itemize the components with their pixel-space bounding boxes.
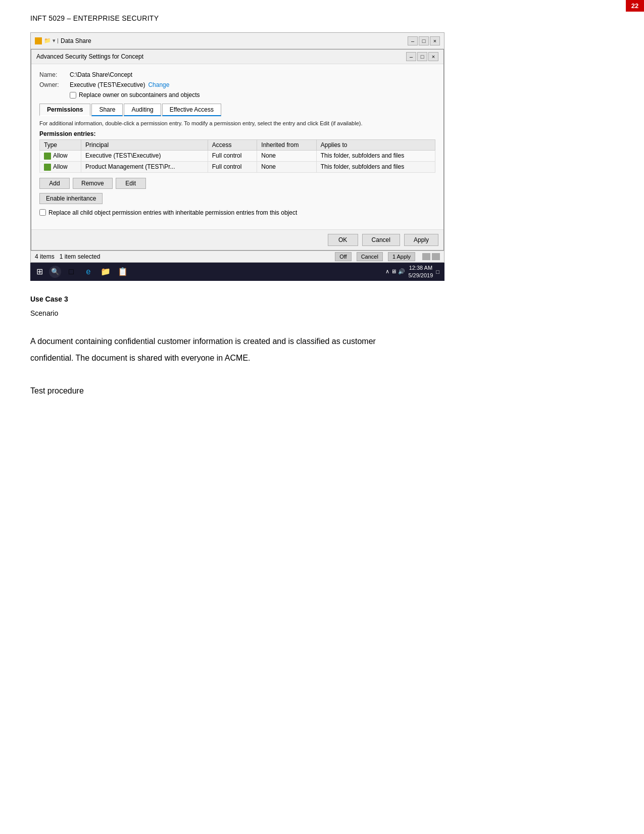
body-text-2: confidential. The document is shared wit… (30, 352, 614, 365)
table-row[interactable]: Allow Executive (TEST\Executive) Full co… (40, 151, 435, 162)
ok-button[interactable]: OK (328, 234, 358, 246)
explorer-toolbar-icons: 📁 ▾ | (44, 37, 59, 44)
status-apply-button[interactable]: 1 Apply (388, 252, 415, 261)
cell-principal: Product Management (TEST\Pr... (81, 161, 208, 172)
dialog-title: Advanced Security Settings for Concept (36, 53, 143, 60)
replace-child-checkbox[interactable] (39, 209, 46, 216)
use-case-heading: Use Case 3 (30, 295, 614, 303)
status-cancel-button[interactable]: Cancel (357, 252, 383, 261)
name-label: Name: (39, 71, 70, 78)
body-text-1: A document containing confidential custo… (30, 335, 614, 348)
permission-table: Type Principal Access Inherited from App… (39, 139, 435, 173)
name-value: C:\Data Share\Concept (70, 71, 132, 78)
cell-type: Allow (40, 151, 81, 162)
status-off-button[interactable]: Off (335, 252, 351, 261)
entry-icon (44, 164, 51, 171)
dialog-close-button[interactable]: × (428, 52, 438, 61)
col-header-access: Access (208, 140, 257, 151)
scenario-label: Scenario (30, 309, 614, 317)
apply-button[interactable]: Apply (404, 234, 438, 246)
dialog-controls: – □ × (406, 52, 438, 61)
edit-button[interactable]: Edit (116, 178, 146, 189)
taskbar: ⊞ 🔍 □ e 📁 📋 ∧ 🖥 🔊 12:38 AM 5/29/2019 □ (30, 263, 444, 281)
enable-inheritance-button[interactable]: Enable inheritance (39, 193, 103, 204)
tab-permissions[interactable]: Permissions (39, 104, 90, 116)
cell-access: Full control (208, 151, 257, 162)
col-header-principal: Principal (81, 140, 208, 151)
dialog-title-bar: Advanced Security Settings for Concept –… (31, 50, 443, 64)
document-content: Use Case 3 Scenario A document containin… (0, 281, 644, 416)
tab-effective-access[interactable]: Effective Access (162, 104, 221, 116)
taskbar-time: 12:38 AM (408, 264, 433, 271)
start-button[interactable]: ⊞ (32, 267, 47, 276)
replace-owner-row: Replace owner on subcontainers and objec… (70, 91, 435, 99)
replace-owner-checkbox[interactable] (70, 92, 76, 99)
explorer-title: Data Share (61, 37, 91, 44)
cancel-button[interactable]: Cancel (362, 234, 400, 246)
info-note: For additional information, double-click… (39, 120, 435, 126)
owner-value: Executive (TEST\Executive) (70, 81, 145, 88)
dialog-content: Name: C:\Data Share\Concept Owner: Execu… (31, 64, 443, 229)
dialog-maximize-button[interactable]: □ (417, 52, 427, 61)
status-bar: 4 items 1 item selected Off Cancel 1 App… (31, 251, 444, 262)
owner-label: Owner: (39, 81, 70, 88)
cell-applies: This folder, subfolders and files (316, 151, 435, 162)
selected-count: 1 item selected (60, 253, 101, 260)
taskbar-apps: □ e 📁 📋 (63, 264, 131, 280)
explorer-icon (35, 37, 42, 44)
dialog-minimize-button[interactable]: – (406, 52, 416, 61)
cell-inherited: None (257, 161, 316, 172)
cell-access: Full control (208, 161, 257, 172)
col-header-inherited: Inherited from (257, 140, 316, 151)
remove-button[interactable]: Remove (73, 178, 113, 189)
page-number: 22 (626, 0, 644, 12)
search-button[interactable]: 🔍 (49, 266, 61, 278)
explorer-minimize-button[interactable]: – (408, 36, 418, 45)
table-row[interactable]: Allow Product Management (TEST\Pr... Ful… (40, 161, 435, 172)
advanced-security-dialog: Advanced Security Settings for Concept –… (31, 49, 444, 251)
taskbar-explorer[interactable]: 📁 (97, 264, 114, 280)
dialog-footer: OK Cancel Apply (31, 229, 443, 250)
view-icon-2 (432, 253, 440, 260)
permission-entries-label: Permission entries: (39, 130, 435, 137)
tabs-row: Permissions Share Auditing Effective Acc… (39, 104, 435, 116)
taskbar-notepad[interactable]: 📋 (115, 264, 131, 280)
taskbar-date: 5/29/2019 (408, 272, 433, 279)
explorer-controls: – □ × (408, 36, 440, 45)
replace-child-label: Replace all child object permission entr… (48, 209, 297, 216)
owner-row: Owner: Executive (TEST\Executive) Change (39, 81, 435, 88)
test-procedure-label: Test procedure (30, 386, 614, 396)
taskbar-task-view[interactable]: □ (63, 264, 79, 280)
cell-inherited: None (257, 151, 316, 162)
tab-share[interactable]: Share (91, 104, 123, 116)
replace-child-row: Replace all child object permission entr… (39, 209, 435, 216)
entry-icon (44, 153, 51, 160)
page-title: INFT 5029 – ENTERPRISE SECURITY (30, 14, 614, 22)
taskbar-right: ∧ 🖥 🔊 12:38 AM 5/29/2019 □ (385, 264, 442, 279)
explorer-title-bar: 📁 ▾ | Data Share – □ × (31, 33, 444, 49)
explorer-window: 📁 ▾ | Data Share – □ × Advanced Security… (30, 32, 444, 263)
col-header-type: Type (40, 140, 81, 151)
change-link[interactable]: Change (148, 81, 169, 88)
add-button[interactable]: Add (39, 178, 70, 189)
taskbar-clock: 12:38 AM 5/29/2019 (408, 264, 433, 279)
notification-icon[interactable]: □ (436, 269, 439, 275)
action-buttons-row: Add Remove Edit (39, 178, 435, 189)
cell-type: Allow (40, 161, 81, 172)
explorer-maximize-button[interactable]: □ (419, 36, 429, 45)
replace-owner-label: Replace owner on subcontainers and objec… (79, 91, 200, 99)
explorer-close-button[interactable]: × (430, 36, 440, 45)
taskbar-edge[interactable]: e (80, 264, 96, 280)
cell-applies: This folder, subfolders and files (316, 161, 435, 172)
cell-principal: Executive (TEST\Executive) (81, 151, 208, 162)
name-row: Name: C:\Data Share\Concept (39, 71, 435, 78)
items-count: 4 items (35, 253, 55, 260)
col-header-applies: Applies to (316, 140, 435, 151)
taskbar-tray-icons: ∧ 🖥 🔊 (385, 268, 405, 275)
view-icon-1 (422, 253, 430, 260)
tab-auditing[interactable]: Auditing (124, 104, 161, 116)
